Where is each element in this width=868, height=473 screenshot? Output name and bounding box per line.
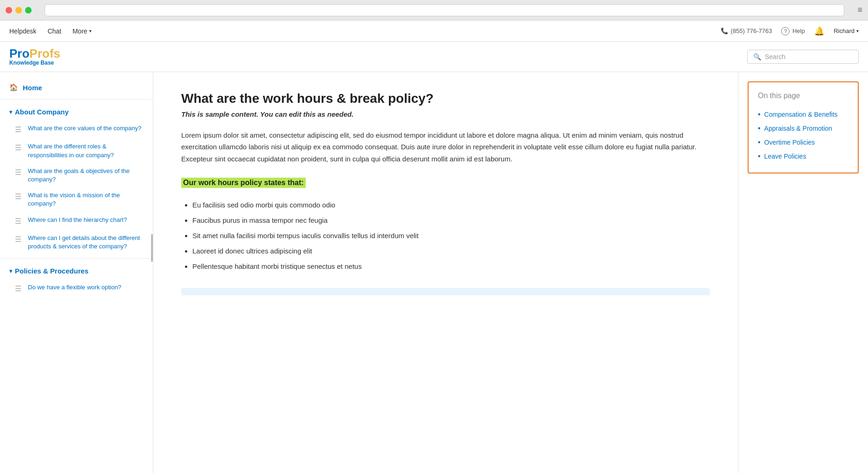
document-icon: ☰ xyxy=(15,167,23,178)
search-placeholder: Search xyxy=(765,53,785,60)
user-menu[interactable]: Richard ▾ xyxy=(834,27,859,34)
minimize-button[interactable] xyxy=(15,7,22,13)
on-this-page-link-leave[interactable]: • Leave Policies xyxy=(758,149,848,163)
top-nav-left: Helpdesk Chat More ▾ xyxy=(9,27,92,35)
document-icon: ☰ xyxy=(15,284,23,294)
chevron-down-icon: ▾ xyxy=(856,28,859,33)
logo-pro: Pro xyxy=(9,47,29,60)
sidebar-item-roles[interactable]: ☰ What are the different roles & respons… xyxy=(0,139,153,163)
bell-icon[interactable]: 🔔 xyxy=(814,26,824,36)
list-item: Faucibus purus in massa tempor nec feugi… xyxy=(192,213,710,228)
phone-info: 📞 (855) 776-7763 xyxy=(721,27,772,34)
search-icon: 🔍 xyxy=(753,53,761,60)
close-button[interactable] xyxy=(6,7,12,13)
sidebar-item-vision[interactable]: ☰ What is the vision & mission of the co… xyxy=(0,187,153,212)
nav-helpdesk[interactable]: Helpdesk xyxy=(9,27,36,35)
list-item: Laoreet id donec ultrices adipiscing eli… xyxy=(192,243,710,259)
help-icon: ? xyxy=(781,27,789,35)
on-this-page-title: On this page xyxy=(758,92,848,100)
title-bar: ≡ xyxy=(0,0,868,20)
logo-profs: Profs xyxy=(29,47,60,60)
sidebar-divider-2 xyxy=(0,258,153,259)
menu-icon[interactable]: ≡ xyxy=(857,5,862,15)
chevron-down-icon: ▾ xyxy=(89,28,92,33)
page-subtitle: This is sample content. You can edit thi… xyxy=(181,110,710,118)
right-panel: On this page • Compensation & Benefits •… xyxy=(738,72,868,473)
document-icon: ☰ xyxy=(15,143,23,153)
page-title: What are the work hours & break policy? xyxy=(181,91,710,107)
on-this-page-box: On this page • Compensation & Benefits •… xyxy=(748,81,859,173)
list-item: Pellentesque habitant morbi tristique se… xyxy=(192,259,710,274)
sidebar-item-goals[interactable]: ☰ What are the goals & objectives of the… xyxy=(0,163,153,187)
traffic-lights xyxy=(6,7,32,13)
sidebar-item-products[interactable]: ☰ Where can I get details about the diff… xyxy=(0,230,153,254)
logo[interactable]: ProProfs Knowledge Base xyxy=(9,47,60,66)
bullet-dot: • xyxy=(758,124,761,133)
bullet-list: Eu facilisis sed odio morbi quis commodo… xyxy=(181,197,710,274)
on-this-page-link-appraisals[interactable]: • Appraisals & Promotion xyxy=(758,121,848,135)
page-body: Lorem ipsum dolor sit amet, consectetur … xyxy=(181,129,710,165)
nav-chat[interactable]: Chat xyxy=(47,27,61,35)
sidebar: 🏠 Home ▾ About Company ☰ What are the co… xyxy=(0,72,153,473)
list-item: Sit amet nulla facilisi morbi tempus iac… xyxy=(192,228,710,243)
sidebar-home[interactable]: 🏠 Home xyxy=(0,80,153,95)
nav-more[interactable]: More ▾ xyxy=(72,27,92,35)
sidebar-category-about-company[interactable]: ▾ About Company xyxy=(0,103,153,120)
home-icon: 🏠 xyxy=(9,83,18,92)
bullet-dot: • xyxy=(758,152,761,160)
search-box[interactable]: 🔍 Search xyxy=(747,50,859,64)
sidebar-item-hierarchy[interactable]: ☰ Where can I find the hierarchy chart? xyxy=(0,212,153,230)
url-bar[interactable] xyxy=(45,4,844,16)
section-heading: Our work hours policy states that: xyxy=(181,178,306,188)
header: ProProfs Knowledge Base 🔍 Search xyxy=(0,42,868,72)
sidebar-category-policies[interactable]: ▾ Policies & Procedures xyxy=(0,262,153,280)
logo-subtitle: Knowledge Base xyxy=(9,60,60,66)
list-item: Eu facilisis sed odio morbi quis commodo… xyxy=(192,197,710,213)
scrollbar-handle xyxy=(151,234,153,262)
sidebar-item-flexible-work[interactable]: ☰ Do we have a flexible work option? xyxy=(0,280,153,298)
bullet-dot: • xyxy=(758,138,761,147)
next-section-bar xyxy=(181,288,710,295)
sidebar-divider-1 xyxy=(0,99,153,100)
chevron-down-icon: ▾ xyxy=(9,109,12,115)
help-link[interactable]: ? Help xyxy=(781,27,805,35)
on-this-page-link-overtime[interactable]: • Overtime Policies xyxy=(758,135,848,149)
phone-icon: 📞 xyxy=(721,27,728,34)
bullet-dot: • xyxy=(758,110,761,119)
document-icon: ☰ xyxy=(15,234,23,245)
main-content: What are the work hours & break policy? … xyxy=(153,72,738,473)
document-icon: ☰ xyxy=(15,192,23,202)
top-nav: Helpdesk Chat More ▾ 📞 (855) 776-7763 ? … xyxy=(0,20,868,42)
sidebar-item-core-values[interactable]: ☰ What are the core values of the compan… xyxy=(0,120,153,139)
chevron-down-icon: ▾ xyxy=(9,268,12,274)
document-icon: ☰ xyxy=(15,216,23,227)
document-icon: ☰ xyxy=(15,125,23,135)
main-layout: 🏠 Home ▾ About Company ☰ What are the co… xyxy=(0,72,868,473)
on-this-page-link-compensation[interactable]: • Compensation & Benefits xyxy=(758,107,848,121)
top-nav-right: 📞 (855) 776-7763 ? Help 🔔 Richard ▾ xyxy=(721,26,859,36)
fullscreen-button[interactable] xyxy=(25,7,32,13)
